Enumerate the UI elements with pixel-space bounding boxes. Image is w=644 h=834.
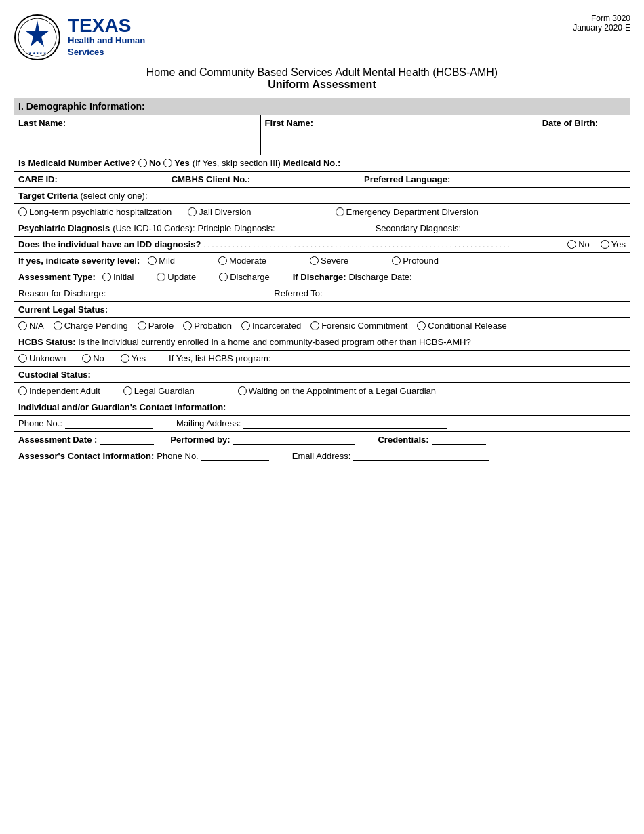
medicaid-no-option[interactable]: No (138, 158, 161, 168)
target-options-row: Long-term psychiatric hospitalization Ja… (14, 204, 630, 220)
target-criteria-note: (select only one): (81, 191, 148, 201)
form-date: January 2020-E (573, 23, 630, 33)
severity-mild-option[interactable]: Mild (148, 256, 175, 266)
legal-incarcerated-option[interactable]: Incarcerated (241, 321, 301, 331)
assessment-type-label: Assessment Type: (18, 272, 96, 282)
org-name: TEXAS (68, 16, 145, 35)
medicaid-yes-radio[interactable] (163, 159, 172, 167)
idd-no-option[interactable]: No (567, 239, 590, 250)
legal-na-option[interactable]: N/A (18, 321, 44, 331)
email-value[interactable] (353, 452, 489, 461)
legal-forensic-radio[interactable] (310, 321, 319, 330)
legal-parole-radio[interactable] (138, 321, 146, 330)
legal-charge-radio[interactable] (54, 321, 62, 330)
legal-incarcerated-radio[interactable] (241, 321, 250, 330)
target-opt2-radio[interactable] (188, 207, 197, 216)
severity-cell: If yes, indicate severity level: Mild Mo… (14, 253, 630, 269)
discharge-date-value[interactable] (415, 272, 469, 282)
care-id-value[interactable] (60, 174, 142, 184)
assess-update-radio[interactable] (157, 273, 165, 281)
dob-value[interactable] (542, 128, 626, 152)
title-main: Home and Community Based Services Adult … (14, 66, 630, 79)
reason-content: Reason for Discharge: Referred To: (18, 288, 626, 298)
legal-parole-option[interactable]: Parole (138, 321, 174, 331)
hcbs-program-value[interactable] (273, 354, 375, 363)
target-opt2-option[interactable]: Jail Diversion (188, 207, 251, 217)
severity-moderate-option[interactable]: Moderate (218, 256, 266, 266)
target-opt3-radio[interactable] (336, 207, 344, 216)
referred-to-value[interactable] (325, 289, 427, 298)
hcbs-yes-radio[interactable] (121, 354, 129, 363)
hcbs-status-content: HCBS Status: Is the individual currently… (18, 337, 626, 347)
custodial-waiting-radio[interactable] (238, 386, 247, 395)
custodial-independent-option[interactable]: Independent Adult (18, 386, 100, 396)
legal-options-row: N/A Charge Pending Parole Probation Inca… (14, 318, 630, 334)
performed-by-value[interactable] (233, 435, 355, 445)
target-opt3-option[interactable]: Emergency Department Diversion (336, 207, 479, 217)
hcbs-status-label: HCBS Status: (18, 337, 76, 347)
idd-content: Does the individual have an IDD diagnosi… (18, 239, 626, 250)
custodial-guardian-option[interactable]: Legal Guardian (123, 386, 195, 396)
medicaid-yes-option[interactable]: Yes (163, 158, 189, 168)
hcbs-no-radio[interactable] (82, 354, 91, 363)
care-id-cell: CARE ID: CMBHS Client No.: Preferred Lan… (14, 172, 630, 188)
medicaid-options: Is Medicaid Number Active? No Yes (If Ye… (18, 158, 626, 168)
severity-profound-option[interactable]: Profound (392, 256, 439, 266)
idd-yes-radio[interactable] (601, 240, 609, 249)
hcbs-unknown-option[interactable]: Unknown (18, 353, 66, 363)
legal-probation-radio[interactable] (183, 321, 192, 330)
custodial-independent-radio[interactable] (18, 386, 27, 395)
reason-discharge-value[interactable] (108, 289, 244, 298)
assessor-phone-value[interactable] (201, 452, 269, 461)
cmbhs-value[interactable] (253, 174, 334, 184)
hcbs-options: Unknown No Yes If Yes, list HCBS program… (18, 353, 626, 363)
last-name-value[interactable] (18, 128, 256, 152)
legal-forensic-option[interactable]: Forensic Commitment (310, 321, 407, 331)
psych-principle-value[interactable] (278, 223, 346, 233)
custodial-guardian-radio[interactable] (123, 386, 132, 395)
legal-status-header-row: Current Legal Status: (14, 302, 630, 318)
mailing-value[interactable] (243, 419, 447, 429)
assess-update-option[interactable]: Update (157, 272, 196, 282)
first-name-value[interactable] (265, 128, 534, 152)
legal-conditional-option[interactable]: Conditional Release (417, 321, 506, 331)
legal-na-radio[interactable] (18, 321, 27, 330)
medicaid-yes-label: Yes (174, 158, 189, 168)
severity-profound-label: Profound (403, 256, 439, 266)
assessment-type-cell: Assessment Type: Initial Update Discharg… (14, 269, 630, 285)
assess-discharge-option[interactable]: Discharge (219, 272, 270, 282)
hcbs-unknown-radio[interactable] (18, 354, 27, 363)
target-opt1-radio[interactable] (18, 207, 27, 216)
assess-discharge-radio[interactable] (219, 273, 228, 281)
hcbs-status-row: HCBS Status: Is the individual currently… (14, 334, 630, 351)
severity-content: If yes, indicate severity level: Mild Mo… (18, 256, 626, 266)
assess-initial-option[interactable]: Initial (102, 272, 134, 282)
legal-conditional-radio[interactable] (417, 321, 426, 330)
assessment-date-value[interactable] (100, 435, 154, 445)
legal-options-cell: N/A Charge Pending Parole Probation Inca… (14, 318, 630, 334)
target-opt1-label: Long-term psychiatric hospitalization (29, 207, 172, 217)
idd-no-radio[interactable] (567, 240, 576, 249)
assess-update-label: Update (167, 272, 196, 282)
legal-charge-option[interactable]: Charge Pending (54, 321, 128, 331)
assess-initial-radio[interactable] (102, 273, 111, 281)
hcbs-status-cell: HCBS Status: Is the individual currently… (14, 334, 630, 351)
care-id-content: CARE ID: CMBHS Client No.: Preferred Lan… (18, 174, 626, 184)
legal-probation-option[interactable]: Probation (183, 321, 232, 331)
credentials-value[interactable] (432, 435, 486, 445)
severity-severe-option[interactable]: Severe (310, 256, 348, 266)
severity-profound-radio[interactable] (392, 256, 401, 265)
legal-na-label: N/A (29, 321, 44, 331)
severity-mild-radio[interactable] (148, 256, 157, 265)
idd-yes-option[interactable]: Yes (601, 239, 626, 250)
hcbs-no-option[interactable]: No (82, 353, 104, 363)
cmbhs-label: CMBHS Client No.: (172, 174, 250, 184)
hcbs-yes-option[interactable]: Yes (121, 353, 146, 363)
severity-severe-radio[interactable] (310, 256, 319, 265)
phone-value[interactable] (65, 419, 153, 429)
custodial-waiting-option[interactable]: Waiting on the Appointment of a Legal Gu… (238, 386, 436, 396)
target-opt1-option[interactable]: Long-term psychiatric hospitalization (18, 207, 172, 217)
severity-moderate-radio[interactable] (218, 256, 227, 265)
psych-secondary-value[interactable] (464, 223, 531, 233)
medicaid-no-radio[interactable] (138, 159, 147, 167)
